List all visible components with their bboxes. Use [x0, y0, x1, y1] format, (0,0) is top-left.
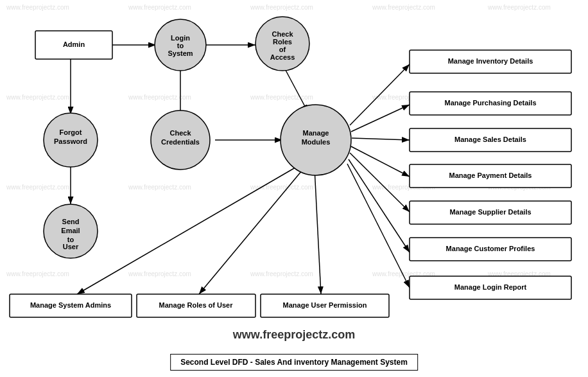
watermark-12: www.freeprojectz.com — [128, 184, 191, 191]
sendemail-label2: Email — [61, 227, 80, 234]
watermark-11: www.freeprojectz.com — [6, 184, 69, 191]
watermark-2: www.freeprojectz.com — [128, 4, 191, 11]
supplier-label: Manage Supplier Details — [449, 208, 531, 216]
sales-label: Manage Sales Details — [454, 136, 526, 143]
login-label: Login — [171, 34, 190, 42]
watermark-13: www.freeprojectz.com — [250, 184, 313, 191]
login-label3: System — [168, 49, 193, 57]
watermark-5: www.freeprojectz.com — [487, 4, 551, 11]
watermark-16: www.freeprojectz.com — [6, 270, 69, 277]
sysadmin-label: Manage System Admins — [30, 301, 111, 309]
checkroles-label4: Access — [270, 53, 295, 61]
sendemail-label1: Send — [62, 218, 80, 225]
sendemail-label4: User — [63, 243, 79, 250]
payment-label: Manage Payment Details — [449, 171, 532, 179]
watermark-6: www.freeprojectz.com — [6, 94, 69, 101]
watermark-7: www.freeprojectz.com — [128, 94, 191, 101]
arrow-modules-sales — [352, 138, 410, 140]
arrow-checkroles-modules — [282, 64, 308, 112]
arrow-modules-loginreport — [347, 164, 410, 288]
purchasing-label: Manage Purchasing Details — [444, 99, 536, 107]
credentials-label1: Check — [169, 129, 191, 137]
arrow-modules-customer — [349, 159, 410, 252]
customer-label: Manage Customer Profiles — [446, 245, 535, 252]
footer-title: Second Level DFD - Sales And inventory M… — [170, 354, 418, 371]
credentials-label2: Credentials — [161, 138, 200, 146]
forgot-label1: Forgot — [60, 128, 82, 136]
rolesuser-label: Manage Roles of User — [159, 301, 234, 309]
checkroles-label1: Check — [272, 30, 293, 38]
forgot-label2: Password — [54, 137, 87, 145]
watermark-4: www.freeprojectz.com — [372, 4, 435, 11]
checkroles-label3: of — [279, 46, 286, 53]
modules-label1: Manage — [303, 129, 329, 137]
watermark-1: www.freeprojectz.com — [6, 4, 69, 11]
watermark-17: www.freeprojectz.com — [128, 270, 191, 277]
inventory-label: Manage Inventory Details — [448, 57, 533, 65]
watermark-3: www.freeprojectz.com — [250, 4, 313, 11]
login-label2: to — [177, 42, 184, 49]
arrow-modules-payment — [351, 146, 410, 177]
checkroles-label2: Roles — [273, 38, 292, 46]
arrow-modules-purchasing — [351, 105, 410, 132]
modules-label2: Modules — [302, 138, 331, 146]
watermark-8: www.freeprojectz.com — [250, 94, 313, 101]
arrow-modules-userperm — [315, 168, 321, 294]
loginreport-label: Manage Login Report — [454, 283, 527, 291]
footer-url: www.freeprojectz.com — [0, 328, 588, 342]
userperm-label: Manage User Permission — [283, 301, 367, 309]
admin-label: Admin — [63, 40, 85, 48]
watermark-18: www.freeprojectz.com — [250, 270, 313, 277]
diagram: www.freeprojectz.com www.freeprojectz.co… — [0, 0, 588, 377]
